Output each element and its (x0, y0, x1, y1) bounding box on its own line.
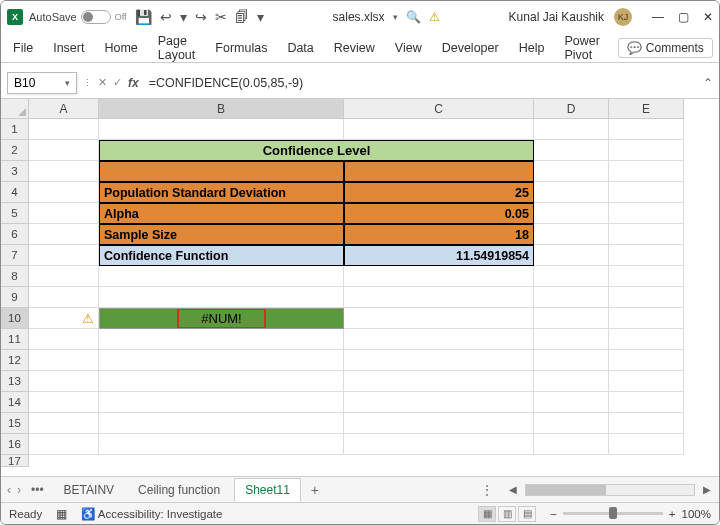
cell[interactable] (344, 308, 534, 329)
cell[interactable] (609, 224, 684, 245)
cell-value[interactable]: 11.54919854 (344, 245, 534, 266)
cell[interactable] (29, 434, 99, 455)
cell[interactable] (29, 413, 99, 434)
undo-dropdown-icon[interactable]: ▾ (180, 9, 187, 25)
cell[interactable] (29, 203, 99, 224)
zoom-slider[interactable] (563, 512, 663, 515)
row-header[interactable]: 17 (1, 455, 29, 467)
cell-value[interactable]: 18 (344, 224, 534, 245)
cell[interactable] (534, 413, 609, 434)
user-avatar[interactable]: KJ (614, 8, 632, 26)
tab-power-pivot[interactable]: Power Pivot (562, 30, 601, 66)
comments-button[interactable]: 💬 Comments (618, 38, 713, 58)
macro-record-icon[interactable]: ▦ (56, 507, 67, 521)
cell[interactable]: ⚠ (29, 308, 99, 329)
cell[interactable] (99, 350, 344, 371)
tab-formulas[interactable]: Formulas (213, 37, 269, 59)
cell[interactable] (609, 350, 684, 371)
row-header[interactable]: 1 (1, 119, 29, 140)
qat-customize-icon[interactable]: ▾ (257, 9, 264, 25)
cell[interactable] (609, 119, 684, 140)
col-header-C[interactable]: C (344, 99, 534, 119)
cell[interactable] (99, 371, 344, 392)
tab-home[interactable]: Home (102, 37, 139, 59)
row-header[interactable]: 12 (1, 350, 29, 371)
row-header[interactable]: 5 (1, 203, 29, 224)
page-layout-view-button[interactable]: ▥ (498, 506, 516, 522)
cell[interactable] (99, 434, 344, 455)
cell[interactable] (344, 392, 534, 413)
toggle-switch-icon[interactable] (81, 10, 111, 24)
formula-input[interactable] (145, 72, 697, 94)
active-cell[interactable]: #NUM! (99, 308, 344, 329)
tab-help[interactable]: Help (517, 37, 547, 59)
cell[interactable] (29, 161, 99, 182)
row-header[interactable]: 15 (1, 413, 29, 434)
formula-dropdown-icon[interactable]: ⋮ (83, 78, 92, 88)
col-header-D[interactable]: D (534, 99, 609, 119)
cell[interactable] (534, 203, 609, 224)
row-header[interactable]: 14 (1, 392, 29, 413)
tab-options-icon[interactable]: ⋮ (481, 483, 493, 497)
minimize-button[interactable]: — (652, 10, 664, 24)
cell[interactable] (609, 392, 684, 413)
sheet-list-icon[interactable]: ••• (31, 483, 44, 497)
cell[interactable] (344, 161, 534, 182)
row-header[interactable]: 9 (1, 287, 29, 308)
row-header[interactable]: 4 (1, 182, 29, 203)
cell[interactable] (344, 329, 534, 350)
normal-view-button[interactable]: ▦ (478, 506, 496, 522)
tab-file[interactable]: File (11, 37, 35, 59)
row-header[interactable]: 16 (1, 434, 29, 455)
cell[interactable] (29, 182, 99, 203)
accept-formula-icon[interactable]: ✓ (113, 76, 122, 89)
zoom-slider-thumb[interactable] (609, 507, 617, 519)
row-header[interactable]: 2 (1, 140, 29, 161)
tab-insert[interactable]: Insert (51, 37, 86, 59)
cell[interactable] (609, 308, 684, 329)
cell[interactable] (534, 308, 609, 329)
page-break-view-button[interactable]: ▤ (518, 506, 536, 522)
zoom-in-button[interactable]: + (669, 508, 676, 520)
row-header[interactable]: 11 (1, 329, 29, 350)
cell-value[interactable]: 25 (344, 182, 534, 203)
cell[interactable] (29, 224, 99, 245)
cell[interactable] (534, 371, 609, 392)
spreadsheet-grid[interactable]: A B C D E 1 2 3 4 5 6 7 8 9 10 11 12 13 … (1, 99, 719, 481)
cell[interactable] (99, 266, 344, 287)
cell-label[interactable]: Confidence Function (99, 245, 344, 266)
cells-area[interactable]: Confidence Level Population Standard Dev… (29, 119, 719, 481)
cell[interactable] (29, 245, 99, 266)
cell-label[interactable]: Population Standard Deviation (99, 182, 344, 203)
cut-icon[interactable]: ✂ (215, 9, 227, 25)
cell[interactable] (99, 119, 344, 140)
row-header[interactable]: 7 (1, 245, 29, 266)
undo-icon[interactable]: ↩ (160, 9, 172, 25)
cell-label[interactable]: Alpha (99, 203, 344, 224)
tab-view[interactable]: View (393, 37, 424, 59)
save-icon[interactable]: 💾 (135, 9, 152, 25)
col-header-A[interactable]: A (29, 99, 99, 119)
title-dropdown-icon[interactable]: ▾ (393, 12, 398, 22)
cell-label[interactable]: Sample Size (99, 224, 344, 245)
add-sheet-button[interactable]: + (311, 482, 319, 498)
row-header[interactable]: 13 (1, 371, 29, 392)
cell[interactable] (344, 119, 534, 140)
cell[interactable] (609, 140, 684, 161)
tab-data[interactable]: Data (285, 37, 315, 59)
cancel-formula-icon[interactable]: ✕ (98, 76, 107, 89)
cell[interactable] (99, 161, 344, 182)
expand-formula-bar-icon[interactable]: ⌃ (703, 76, 713, 90)
cell[interactable] (609, 161, 684, 182)
cell[interactable] (534, 350, 609, 371)
warning-icon[interactable]: ⚠ (429, 10, 440, 24)
cell[interactable] (534, 224, 609, 245)
cell[interactable] (344, 287, 534, 308)
sheet-tab[interactable]: BETAINV (54, 479, 124, 501)
scroll-right-icon[interactable]: ▶ (701, 484, 713, 495)
autosave-toggle[interactable]: AutoSave Off (29, 10, 127, 24)
tab-developer[interactable]: Developer (440, 37, 501, 59)
col-header-E[interactable]: E (609, 99, 684, 119)
cell[interactable] (344, 266, 534, 287)
cell[interactable] (534, 266, 609, 287)
